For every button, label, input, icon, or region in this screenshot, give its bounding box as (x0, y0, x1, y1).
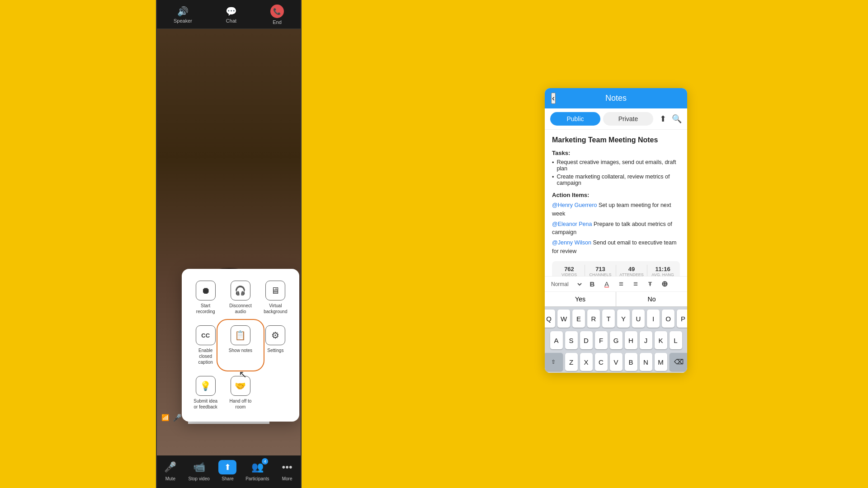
key-t[interactable]: T (602, 310, 615, 328)
key-m[interactable]: M (655, 353, 667, 371)
submit-idea-label: Submit idea or feedback (193, 398, 217, 410)
task-item-2-text: Create marketing collateral, review metr… (557, 174, 680, 186)
key-d[interactable]: D (580, 331, 593, 349)
participants-button[interactable]: 👥 4 Participants (245, 460, 269, 481)
notes-content: Marketing Team Meeting Notes Tasks: • Re… (545, 130, 687, 276)
mute-icon: 🎤 (161, 460, 179, 474)
start-recording-label: Start recording (193, 303, 217, 314)
stat-attendees: 49 ATTENDEES (616, 265, 647, 277)
stat-channels: 713 CHANNELS (585, 265, 616, 277)
key-g[interactable]: G (610, 331, 623, 349)
start-recording-icon: ⏺ (196, 281, 216, 300)
menu-grid: ⏺ Start recording 🎧 Disconnect audio 🖥 V… (191, 278, 290, 413)
key-r[interactable]: R (587, 310, 600, 328)
key-backspace[interactable]: ⌫ (670, 353, 688, 371)
tab-private[interactable]: Private (603, 112, 653, 126)
bullet-list-button[interactable]: ≡ (616, 280, 627, 289)
notes-back-button[interactable]: ‹ (551, 93, 556, 104)
closed-caption-icon: CC (196, 325, 216, 345)
suggestion-yes[interactable]: Yes (545, 292, 616, 306)
show-notes-icon: 📋 (231, 325, 250, 345)
bullet-dot: • (552, 160, 554, 172)
chat-icon: 💬 (226, 6, 237, 17)
align-button[interactable]: ≡ (630, 280, 641, 289)
key-n[interactable]: N (640, 353, 652, 371)
key-v[interactable]: V (610, 353, 623, 371)
notes-header: ‹ Notes (545, 88, 687, 108)
participants-label: Participants (245, 476, 269, 481)
stat-videos-label: VIDEOS (561, 272, 577, 277)
participants-count: 4 (262, 458, 268, 465)
share-button[interactable]: ⬆ Share (218, 460, 236, 481)
stop-video-button[interactable]: 📹 Stop video (189, 460, 210, 481)
share-label: Share (222, 476, 234, 481)
end-button[interactable]: 📞 End (270, 5, 284, 25)
stop-video-label: Stop video (189, 476, 210, 481)
tab-public[interactable]: Public (550, 112, 600, 126)
key-s[interactable]: S (565, 331, 578, 349)
speaker-icon: 🔊 (177, 6, 189, 17)
notes-title: Notes (605, 94, 627, 103)
key-row-1: Q W E R T Y U I O P (546, 310, 686, 328)
settings-label: Settings (267, 347, 283, 353)
key-k[interactable]: K (655, 331, 667, 349)
stat-channels-num: 713 (595, 266, 605, 272)
key-w[interactable]: W (557, 310, 570, 328)
chat-button[interactable]: 💬 Chat (226, 6, 237, 23)
end-icon: 📞 (270, 5, 284, 18)
action-items-heading: Action Items: (552, 192, 680, 198)
key-j[interactable]: J (640, 331, 652, 349)
key-u[interactable]: U (632, 310, 645, 328)
menu-item-submit-idea[interactable]: 💡 Submit idea or feedback (191, 373, 220, 413)
key-row-2: A S D F G H J K L (546, 331, 686, 349)
key-e[interactable]: E (572, 310, 585, 328)
camera-icon: 📹 (190, 460, 208, 474)
submit-idea-icon: 💡 (196, 376, 216, 396)
stat-attendees-label: ATTENDEES (619, 272, 643, 277)
format-style-select[interactable]: Normal Heading 1 Heading 2 (549, 281, 583, 288)
bold-button[interactable]: B (587, 280, 598, 288)
key-q[interactable]: Q (545, 310, 555, 328)
stat-videos-num: 762 (564, 266, 574, 272)
key-h[interactable]: H (625, 331, 637, 349)
key-f[interactable]: F (595, 331, 608, 349)
disconnect-audio-icon: 🎧 (231, 281, 250, 300)
phone-container: 🔊 Speaker 💬 Chat 📞 End 📶 🎤 Alice (156, 0, 302, 488)
show-notes-label: Show notes (229, 347, 252, 353)
key-x[interactable]: X (580, 353, 593, 371)
share-notes-button[interactable]: ⬆ (660, 114, 666, 124)
menu-item-virtual-background[interactable]: 🖥 Virtual background (261, 278, 290, 317)
menu-item-closed-caption[interactable]: CC Enable closed caption (191, 323, 220, 368)
key-a[interactable]: A (550, 331, 563, 349)
key-shift[interactable]: ⇧ (545, 353, 563, 371)
font-color-button[interactable]: A (601, 280, 612, 288)
tasks-heading: Tasks: (552, 150, 680, 156)
signal-icon: 📶 (161, 414, 169, 421)
key-p[interactable]: P (677, 310, 687, 328)
key-c[interactable]: C (595, 353, 608, 371)
speaker-button[interactable]: 🔊 Speaker (174, 6, 192, 23)
task-item-1: • Request creative images, send out emai… (552, 159, 680, 172)
key-l[interactable]: L (670, 331, 682, 349)
suggestion-no[interactable]: No (616, 292, 687, 306)
menu-item-settings[interactable]: ⚙ Settings (261, 323, 290, 368)
virtual-background-label: Virtual background (264, 303, 288, 314)
menu-item-show-notes[interactable]: 📋 Show notes ↖ (226, 323, 255, 368)
key-i[interactable]: I (647, 310, 660, 328)
more-button[interactable]: ••• More (278, 460, 296, 481)
menu-item-disconnect-audio[interactable]: 🎧 Disconnect audio (226, 278, 255, 317)
key-b[interactable]: B (625, 353, 637, 371)
add-button[interactable]: ⊕ (659, 279, 670, 289)
video-area: 📶 🎤 Alice ⏺ Start recording 🎧 Disconnect… (157, 29, 301, 455)
action-item-1: @Henry Guerrero Set up team meeting for … (552, 201, 680, 218)
clear-format-button[interactable]: Ŧ (645, 281, 656, 287)
more-label: More (282, 476, 292, 481)
search-notes-button[interactable]: 🔍 (672, 114, 682, 124)
mute-button[interactable]: 🎤 Mute (161, 460, 179, 481)
end-label: End (273, 19, 282, 25)
menu-item-start-recording[interactable]: ⏺ Start recording (191, 278, 220, 317)
key-o[interactable]: O (662, 310, 675, 328)
key-y[interactable]: Y (617, 310, 630, 328)
key-z[interactable]: Z (565, 353, 578, 371)
mic-icon-small: 🎤 (173, 413, 182, 422)
